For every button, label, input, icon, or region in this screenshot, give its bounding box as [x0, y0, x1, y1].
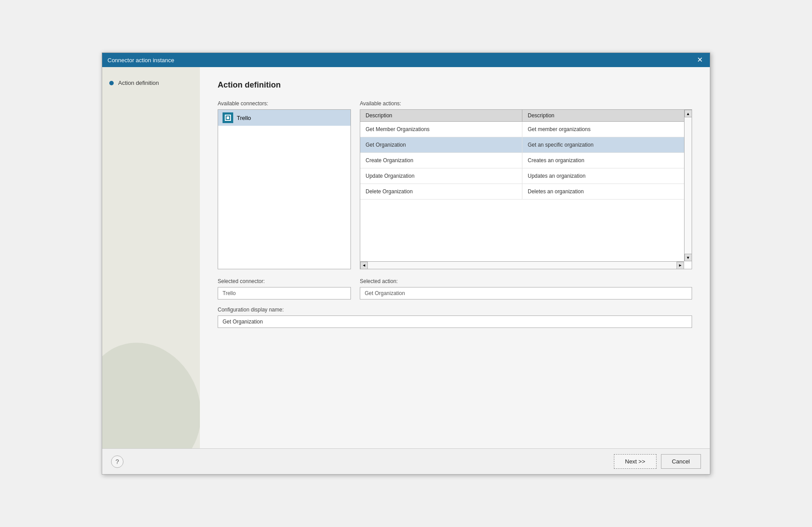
action-desc-cell: Get an specific organization	[522, 137, 684, 152]
config-name-group: Configuration display name:	[218, 307, 692, 328]
main-content: Action definition Available connectors: …	[200, 67, 710, 448]
scroll-track-horizontal	[368, 262, 677, 269]
help-button[interactable]: ?	[111, 455, 123, 468]
trello-icon-inner	[225, 115, 231, 121]
action-desc-cell: Updates an organization	[522, 168, 684, 184]
action-name-cell: Create Organization	[360, 153, 522, 168]
scroll-left-button[interactable]: ◄	[360, 262, 368, 269]
table-row[interactable]: Update Organization Updates an organizat…	[360, 168, 684, 184]
title-bar: Connector action instance ✕	[102, 53, 710, 67]
selected-connector-group: Selected connector:	[218, 278, 351, 299]
selected-action-group: Selected action:	[360, 278, 692, 299]
selected-action-input[interactable]	[360, 287, 692, 299]
actions-column: Available actions: ▲ ▼ ◄ ►	[360, 100, 692, 269]
available-actions-label: Available actions:	[360, 100, 692, 107]
actions-table: Description Description Get Member Organ…	[360, 110, 692, 269]
header-description-2: Description	[522, 110, 684, 121]
connectors-actions-row: Available connectors: Trello Available a…	[218, 100, 692, 269]
selected-connector-label: Selected connector:	[218, 278, 351, 284]
sidebar-dot-icon	[109, 81, 114, 85]
cancel-button[interactable]: Cancel	[661, 454, 701, 469]
actions-table-wrapper: ▲ ▼ ◄ ► Description	[360, 109, 692, 269]
trello-icon	[223, 112, 233, 123]
table-row[interactable]: Create Organization Creates an organizat…	[360, 153, 684, 168]
connector-item-trello[interactable]: Trello	[218, 110, 350, 126]
scroll-track-vertical	[685, 117, 692, 254]
connectors-column: Available connectors: Trello	[218, 100, 351, 269]
available-connectors-label: Available connectors:	[218, 100, 351, 107]
close-button[interactable]: ✕	[695, 56, 705, 64]
config-name-input[interactable]	[218, 315, 692, 328]
table-row[interactable]: Delete Organization Deletes an organizat…	[360, 184, 684, 200]
vertical-scrollbar[interactable]: ▲ ▼	[684, 110, 692, 261]
connectors-list[interactable]: Trello	[218, 109, 351, 269]
config-name-label: Configuration display name:	[218, 307, 692, 313]
selected-connector-input[interactable]	[218, 287, 351, 299]
dialog: Connector action instance ✕ Action defin…	[102, 52, 710, 475]
section-title: Action definition	[218, 80, 692, 90]
table-header: Description Description	[360, 110, 684, 122]
dialog-title: Connector action instance	[107, 57, 174, 64]
dialog-body: Action definition Action definition Avai…	[102, 67, 710, 448]
sidebar: Action definition	[102, 67, 200, 448]
dialog-footer: ? Next >> Cancel	[102, 448, 710, 474]
action-name-cell: Update Organization	[360, 168, 522, 184]
action-name-cell: Get Member Organizations	[360, 122, 522, 137]
action-desc-cell: Creates an organization	[522, 153, 684, 168]
action-desc-cell: Deletes an organization	[522, 184, 684, 199]
connector-name-trello: Trello	[237, 115, 251, 121]
scroll-right-button[interactable]: ►	[677, 262, 684, 269]
scroll-down-button[interactable]: ▼	[685, 254, 692, 261]
footer-buttons: Next >> Cancel	[614, 454, 701, 469]
selected-action-label: Selected action:	[360, 278, 692, 284]
action-desc-cell: Get member organizations	[522, 122, 684, 137]
table-row[interactable]: Get Member Organizations Get member orga…	[360, 122, 684, 137]
action-name-cell: Delete Organization	[360, 184, 522, 199]
sidebar-item-label: Action definition	[118, 80, 159, 86]
horizontal-scrollbar[interactable]: ◄ ►	[360, 261, 684, 269]
action-name-cell: Get Organization	[360, 137, 522, 152]
header-description-1: Description	[360, 110, 522, 121]
table-row[interactable]: Get Organization Get an specific organiz…	[360, 137, 684, 153]
scroll-up-button[interactable]: ▲	[685, 110, 692, 117]
sidebar-decoration	[102, 326, 200, 448]
bottom-fields: Selected connector: Selected action: Con…	[218, 278, 692, 328]
selected-fields-row: Selected connector: Selected action:	[218, 278, 692, 299]
next-button[interactable]: Next >>	[614, 454, 657, 469]
sidebar-item-action-definition[interactable]: Action definition	[102, 76, 200, 90]
